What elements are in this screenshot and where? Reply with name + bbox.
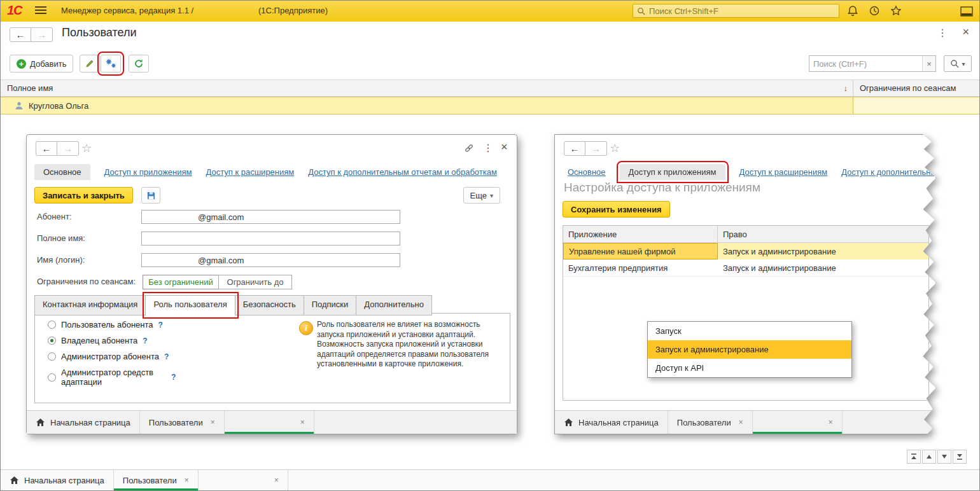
get-link-icon[interactable] <box>464 143 474 155</box>
help-icon[interactable]: ? <box>164 352 169 361</box>
limit-to-toggle[interactable]: Ограничить до <box>218 275 292 289</box>
nav-link-extensions-access[interactable]: Доступ к расширениям <box>739 167 828 177</box>
radio-icon[interactable] <box>48 321 56 329</box>
notifications-bell-icon[interactable] <box>847 5 860 18</box>
dialog-history-nav: ← → <box>36 141 79 156</box>
panels-icon[interactable] <box>960 6 973 19</box>
tab-close-icon[interactable]: × <box>829 418 833 427</box>
tab-current-card[interactable]: × <box>225 411 314 434</box>
back-button[interactable]: ← <box>10 27 31 42</box>
tab-close-icon[interactable]: × <box>300 418 305 427</box>
scroll-to-bottom-button[interactable] <box>953 450 967 464</box>
nav-tab-main[interactable]: Основное <box>34 164 90 180</box>
page-title: Пользователи <box>62 26 136 39</box>
nav-link-reports-access[interactable]: Доступ к дополнительным отчетам и обрабо… <box>308 167 497 177</box>
favorites-star-icon[interactable] <box>890 5 903 18</box>
save-button[interactable] <box>141 187 160 204</box>
help-icon[interactable]: ? <box>158 321 163 329</box>
nav-link-main[interactable]: Основное <box>568 167 606 177</box>
tab-users[interactable]: Пользователи × <box>140 411 225 434</box>
forward-button[interactable]: → <box>31 27 53 42</box>
role-option[interactable]: Администратор средств адаптации ? <box>48 368 176 387</box>
role-option[interactable]: Владелец абонента ? <box>48 336 148 345</box>
scroll-to-top-button[interactable] <box>907 450 921 464</box>
global-search-input[interactable]: Поиск Ctrl+Shift+F <box>633 4 839 18</box>
tab-users[interactable]: Пользователи × <box>668 411 753 434</box>
dialog-close-icon[interactable]: × <box>501 141 508 153</box>
role-label: Администратор абонента <box>61 352 159 361</box>
tab-users-active[interactable]: Пользователи × <box>114 470 199 490</box>
configure-access-button[interactable] <box>101 55 121 73</box>
tab-close-icon[interactable]: × <box>274 476 279 485</box>
no-limit-toggle[interactable]: Без ограничений <box>143 275 219 289</box>
history-icon[interactable] <box>869 5 881 18</box>
login-field[interactable] <box>141 253 400 267</box>
dropdown-item-start[interactable]: Запуск <box>648 322 851 340</box>
column-header-right[interactable]: Право <box>718 226 928 242</box>
favorites-star-icon[interactable]: ☆ <box>610 141 620 155</box>
column-header-app[interactable]: Приложение <box>563 226 718 242</box>
scroll-down-button[interactable] <box>937 450 951 464</box>
edit-button[interactable] <box>80 55 100 73</box>
role-option[interactable]: Пользователь абонента ? <box>48 320 163 329</box>
full-name-field[interactable] <box>141 232 400 246</box>
table-row-selected[interactable]: Круглова Ольга <box>1 97 979 114</box>
tab-home[interactable]: Начальная страница <box>1 470 114 490</box>
main-menu-icon[interactable] <box>35 6 46 15</box>
column-label: Ограничения по сеансам <box>860 83 956 93</box>
tab-current-card[interactable]: × <box>199 470 288 490</box>
tab-contact-info[interactable]: Контактная информация <box>34 295 146 315</box>
tab-additional[interactable]: Дополнительно <box>356 295 432 315</box>
list-search-input[interactable] <box>809 56 922 71</box>
window-close-icon[interactable]: × <box>962 25 969 38</box>
radio-icon[interactable] <box>48 373 56 382</box>
nav-link-reports-access[interactable]: Доступ к дополнительным отчетам и обрабо… <box>841 167 980 177</box>
tab-subscriptions[interactable]: Подписки <box>304 295 357 315</box>
nav-link-apps-access[interactable]: Доступ к приложениям <box>104 167 192 177</box>
radio-icon[interactable] <box>48 352 56 361</box>
back-button[interactable]: ← <box>36 141 57 156</box>
add-button[interactable]: + Добавить <box>10 55 73 73</box>
help-icon[interactable]: ? <box>143 336 147 345</box>
forward-button[interactable]: → <box>585 141 607 156</box>
column-header-restrictions[interactable]: Ограничения по сеансам <box>853 80 979 96</box>
table-row[interactable]: Бухгалтерия предприятия Запуск и админис… <box>563 259 928 277</box>
tab-label: Пользователи <box>123 476 177 485</box>
search-options-button[interactable]: ▾ <box>944 55 972 72</box>
nav-link-extensions-access[interactable]: Доступ к расширениям <box>206 167 295 177</box>
app-subtitle: (1С:Предприятие) <box>258 6 328 15</box>
search-clear-button[interactable]: × <box>922 56 935 71</box>
table-row-selected[interactable]: Управление нашей фирмой Запуск и админис… <box>563 243 928 259</box>
more-actions-button[interactable]: Еще ▾ <box>463 187 500 204</box>
abonent-field[interactable] <box>141 210 400 224</box>
save-and-close-button[interactable]: Записать и закрыть <box>34 187 133 204</box>
tab-security[interactable]: Безопасность <box>235 295 304 315</box>
role-option[interactable]: Администратор абонента ? <box>48 352 169 361</box>
tab-close-icon[interactable]: × <box>211 418 215 427</box>
column-header-full-name[interactable]: Полное имя ↓ <box>1 80 853 96</box>
access-settings-title: Настройка доступа к приложениям <box>564 181 760 195</box>
user-icon <box>15 101 24 110</box>
tab-current-card[interactable]: × <box>753 411 843 434</box>
back-button[interactable]: ← <box>564 141 585 156</box>
nav-tab-apps-access[interactable]: Доступ к приложениям <box>620 164 725 180</box>
tab-close-icon[interactable]: × <box>739 418 743 427</box>
dialog-more-icon[interactable]: ⋮ <box>483 142 493 155</box>
1c-logo[interactable]: 1С <box>7 3 22 18</box>
window-more-icon[interactable]: ⋮ <box>937 27 948 39</box>
refresh-button[interactable] <box>129 55 149 73</box>
scroll-up-button[interactable] <box>922 450 936 464</box>
tab-user-role[interactable]: Роль пользователя <box>146 295 235 315</box>
favorites-star-icon[interactable]: ☆ <box>81 141 92 155</box>
dropdown-item-start-admin[interactable]: Запуск и администрирование <box>648 340 851 359</box>
tab-close-icon[interactable]: × <box>185 476 189 485</box>
dropdown-item-api[interactable]: Доступ к API <box>648 359 851 377</box>
save-changes-button[interactable]: Сохранить изменения <box>563 201 670 218</box>
back-icon: ← <box>42 143 52 154</box>
help-icon[interactable]: ? <box>171 373 176 382</box>
tab-home[interactable]: Начальная страница <box>555 411 668 434</box>
radio-icon[interactable] <box>48 336 56 345</box>
sort-desc-icon[interactable]: ↓ <box>844 83 848 93</box>
tab-home[interactable]: Начальная страница <box>27 411 140 434</box>
forward-button[interactable]: → <box>57 141 79 156</box>
